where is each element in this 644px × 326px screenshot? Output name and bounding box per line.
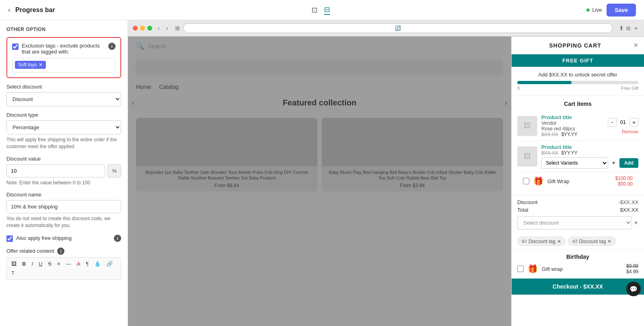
browser-dots [133,26,152,31]
discount-name-input[interactable] [6,200,121,213]
discount-value-label: Discount value [6,156,121,162]
cart-items-title: Cart items [517,101,638,107]
next-arrow-btn[interactable]: › [505,99,507,107]
progress-bar [517,81,638,84]
birthday-gift-icon: 🎁 [528,264,538,274]
expand-btn[interactable]: ⊞ [175,25,180,31]
tb-image-btn[interactable]: 🖼 [9,260,19,268]
tag-icon-2: 🏷 [572,238,578,244]
soft-toys-tag[interactable]: Soft toys ✕ [15,61,46,69]
browser-content: 🔍 Search Home Catalog ‹ Featured collect… [128,37,644,326]
nav-home[interactable]: Home [136,84,151,90]
gift-wrap-checkbox[interactable] [523,178,529,184]
discount-tag-1[interactable]: 🏷 Discount tag ✕ [517,237,566,246]
page-title: Progress bar [15,6,55,14]
offer-related-info-icon[interactable]: i [57,248,64,255]
cart-progress-section: Add $XX.XX to unlock secret offer 0 Free… [512,67,644,96]
total-label: Total [517,207,528,213]
desktop-icon[interactable]: ⊡ [312,6,318,14]
discount-value-input[interactable] [6,164,105,177]
select-discount-group: Select discount Discount [6,84,121,106]
exclusion-checkbox[interactable] [12,43,19,50]
rich-text-toolbar: 🖼 B I U S ≡ — A ¶ 💧 🔗 T [6,257,121,280]
share-btn[interactable]: ⬆ [619,24,624,33]
nav-back-btn[interactable]: ‹ [155,24,162,32]
tb-text-btn[interactable]: T [9,269,17,277]
tb-hr-btn[interactable]: — [64,260,73,268]
birthday-disc-price: $4.99 [626,269,638,274]
discount-type-group: Discount type Percentage This will apply… [6,112,121,150]
cart-discount-select[interactable]: Select discount [517,216,632,229]
product-card-1: Bopoobo 1pc Baby Teether Safe Wooden Toy… [136,118,318,192]
tb-dropper-btn[interactable]: 💧 [92,260,103,268]
item-title-1[interactable]: Product title [541,114,604,120]
birthday-section: Birthday 🎁 Gift wrap $0.00 $4.99 [512,249,644,279]
cart-item-right-1: - 01 + Remove [608,118,638,134]
exclusion-info-icon[interactable]: i [108,43,116,50]
unlock-text: Add $XX.XX to unlock secret offer [517,72,638,78]
offer-related-group: Offer related content i 🖼 B I U S ≡ — A … [6,248,121,280]
cart-header: SHOPPING CART ✕ [512,37,644,54]
item-prices-1: $XX.XX $YY.YY [541,132,604,137]
store-preview: 🔍 Search Home Catalog ‹ Featured collect… [128,37,511,326]
tb-underline-btn[interactable]: U [37,260,44,268]
tb-para-btn[interactable]: ¶ [84,260,91,268]
checkout-btn[interactable]: Checkout - $XX.XX [512,279,644,295]
birthday-prices: $0.00 $4.99 [626,263,638,274]
browser-actions: ⬆ ⧉ ＋ [619,24,639,33]
cart-item-1: 🖼 Product title Vendor Rose red 48pcs $X… [517,111,638,141]
tag-remove-icon[interactable]: ✕ [39,62,43,68]
nav-catalog[interactable]: Catalog [159,84,178,90]
live-dot [586,8,590,12]
live-status: Live [586,7,602,13]
tb-italic-btn[interactable]: I [29,260,35,268]
birthday-gift-checkbox[interactable] [517,266,524,272]
item-title-2[interactable]: Product title [541,144,638,150]
address-bar: 🔄 [183,23,613,33]
add-tab-btn[interactable]: ＋ [633,24,639,33]
qty-plus-btn-1[interactable]: + [630,118,638,127]
banner-area [136,60,503,76]
discount-name-label: Discount name [6,192,121,198]
nav-forward-btn[interactable]: › [164,24,171,32]
discount-name-hint: You do not need to create this discount … [6,215,121,229]
back-button[interactable]: ‹ [8,6,10,14]
prev-arrow-btn[interactable]: ‹ [132,99,134,107]
discount-tag-2-remove[interactable]: ✕ [607,239,611,244]
qty-minus-btn-1[interactable]: - [608,118,617,127]
gift-wrap-row: 🎁 Gift Wrap $100.00 $50.00 [517,172,638,190]
discount-tag-1-remove[interactable]: ✕ [557,239,561,244]
section-title: OTHER OPTION [6,27,121,32]
birthday-gift-row: 🎁 Gift wrap $0.00 $4.99 [517,263,638,274]
product-price-2: From $3.94 [325,183,500,188]
tb-bold-btn[interactable]: B [20,260,28,268]
discount-type-dropdown[interactable]: Percentage [6,120,121,134]
collection-title: Featured collection [138,98,501,107]
save-button[interactable]: Save [607,4,636,17]
product-img-1 [136,118,318,166]
birthday-gift-label: Gift wrap [542,266,622,272]
variant-select[interactable]: Select Variants [541,157,608,169]
tag-area[interactable]: Soft toys ✕ [12,58,116,72]
add-item-btn[interactable]: Add [619,158,638,168]
select-discount-dropdown[interactable]: Discount [6,92,121,106]
tb-align-btn[interactable]: ≡ [55,260,62,268]
also-shipping-checkbox[interactable] [6,235,13,242]
store-header: 🔍 Search [128,37,511,56]
tb-strike-btn[interactable]: S [46,260,54,268]
dot-yellow [140,26,145,31]
gift-orig-price: $100.00 [615,175,633,181]
remove-link-1[interactable]: Remove [622,129,638,134]
tb-color-btn[interactable]: A [75,260,83,268]
copy-btn[interactable]: ⧉ [626,24,630,33]
cart-close-btn[interactable]: ✕ [633,41,638,49]
chat-bubble[interactable]: 💬 [626,282,641,296]
discount-type-label: Discount type [6,112,121,118]
discount-tag-2[interactable]: 🏷 Discount tag ✕ [568,237,616,246]
product-info-2: Baby Music Play Bed Hanging Bell Baby's … [322,166,503,192]
also-shipping-info-icon[interactable]: i [114,235,121,242]
discount-type-hint: This will apply free shipping to the ent… [6,136,121,150]
tb-link-btn[interactable]: 🔗 [104,260,115,268]
tablet-icon[interactable]: ⊟ [324,5,330,15]
cart-title: SHOPPING CART [517,42,633,49]
